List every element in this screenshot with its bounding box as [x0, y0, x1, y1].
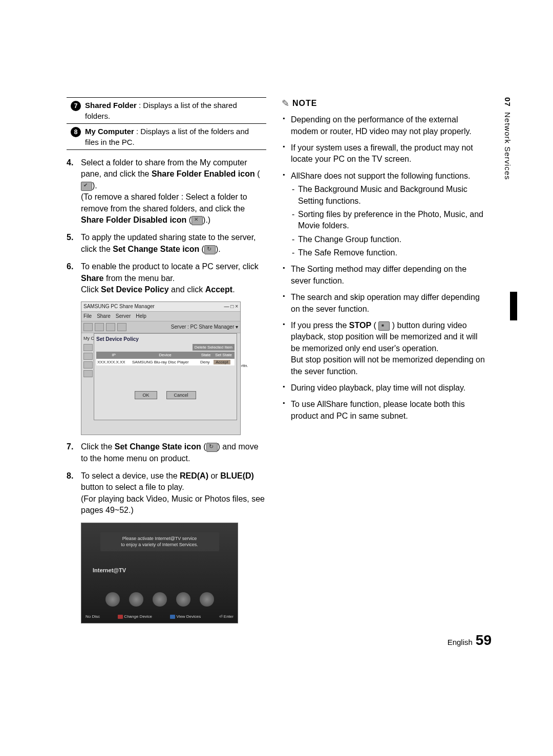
note-subitem: Sorting files by preference in the Photo…	[291, 209, 486, 232]
step-num-6: 6.	[67, 261, 81, 295]
set-change-state-icon	[204, 245, 216, 254]
set-change-state-icon	[206, 443, 218, 452]
note-item: If your system uses a firewall, the prod…	[282, 142, 486, 165]
delete-selected-button: Delete Selected Item	[193, 344, 235, 351]
legend-text-8: My Computer : Displays a list of the fol…	[85, 126, 266, 147]
cancel-button: Cancel	[166, 391, 196, 400]
thumb-index-marker	[510, 292, 517, 320]
note-subitem: The Background Music and Background Musi…	[291, 184, 486, 207]
step-num-4: 4.	[67, 157, 81, 226]
step-body-5: To apply the updated sharing state to th…	[81, 232, 266, 255]
dialog-menubar: FileShareServerHelp	[81, 312, 240, 321]
note-subitem: The Safe Remove function.	[291, 247, 486, 258]
note-item: AllShare does not support the following …	[282, 170, 486, 259]
note-item: The Sorting method may differ depending …	[282, 264, 486, 287]
section-tab: 07 Network Services	[503, 97, 512, 180]
step-body-7: Click the Set Change State icon () and m…	[81, 441, 266, 464]
step-num-5: 5.	[67, 232, 81, 255]
legend-num-8: 8	[71, 127, 81, 137]
step-num-8: 8.	[67, 470, 81, 516]
note-item: During video playback, play time will no…	[282, 382, 486, 394]
step-body-8: To select a device, use the RED(A) or BL…	[81, 470, 266, 516]
step-body-4: Select a folder to share from the My com…	[81, 157, 266, 226]
tv-bottom-bar: No Disc Change Device View Devices ⏎ Ent…	[86, 614, 233, 619]
note-item: The search and skip operation may differ…	[282, 292, 486, 315]
note-item: To use AllShare function, please locate …	[282, 399, 486, 422]
stop-icon	[378, 321, 390, 331]
tv-home-screenshot: Please activate Internet@TV serviceto en…	[81, 523, 238, 623]
step-num-7: 7.	[67, 441, 81, 464]
tv-source-icons	[81, 592, 238, 607]
server-dropdown: Server : PC Share Manager ▾	[171, 323, 238, 331]
tv-activate-message: Please activate Internet@TV serviceto en…	[100, 532, 219, 551]
legend-num-7: 7	[71, 101, 81, 111]
note-list: Depending on the performance of the exte…	[282, 114, 486, 422]
pc-share-manager-screenshot: SAMSUNG PC Share Manager— □ × FileShareS…	[81, 301, 241, 435]
internet-tv-label: Internet@TV	[93, 567, 126, 574]
dialog-title: SAMSUNG PC Share Manager	[83, 303, 155, 310]
note-subitem: The Change Group function.	[291, 234, 486, 245]
device-policy-table: IPDeviceStateSet State XXX.XXX.X.XXSAMSU…	[96, 352, 235, 365]
set-device-policy-popup: Set Device Policy Delete Selected Item I…	[94, 333, 237, 420]
accept-button: Accept	[214, 360, 230, 364]
ok-button: OK	[135, 391, 157, 400]
step-body-6: To enable the product to locate a PC ser…	[81, 261, 266, 295]
legend-list: 7 Shared Folder : Displays a list of the…	[67, 97, 266, 150]
share-disabled-icon	[192, 216, 203, 225]
note-item: Depending on the performance of the exte…	[282, 114, 486, 137]
page-footer: English59	[448, 632, 492, 649]
note-icon: ✎	[282, 97, 289, 110]
note-item: If you press the STOP ( ) button during …	[282, 320, 486, 377]
share-enabled-icon	[81, 182, 92, 191]
note-heading: NOTE	[292, 98, 317, 109]
legend-text-7: Shared Folder : Displays a list of the s…	[85, 100, 266, 121]
